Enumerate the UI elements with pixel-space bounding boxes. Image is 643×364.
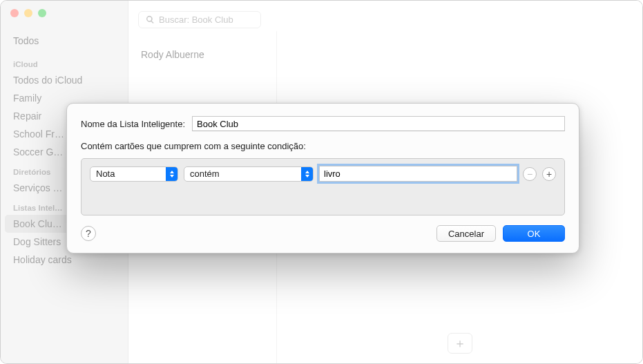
ok-button[interactable]: OK — [503, 225, 565, 242]
smart-list-name-input[interactable] — [192, 116, 565, 131]
contacts-window: Todos iCloud Todos do iCloud Family Repa… — [0, 0, 643, 364]
rule-value-input[interactable] — [319, 166, 517, 182]
chevron-updown-icon — [301, 167, 313, 181]
smart-list-sheet: Nome da Lista Inteligente: Contém cartõe… — [66, 103, 579, 253]
add-rule-button[interactable]: + — [542, 167, 556, 181]
rule-operator-value: contém — [190, 169, 220, 179]
cancel-label: Cancelar — [448, 229, 484, 239]
sheet-footer: ? Cancelar OK — [81, 225, 565, 242]
cancel-button[interactable]: Cancelar — [436, 225, 496, 242]
rule-field-value: Nota — [96, 169, 115, 179]
rule-row: Nota contém − + — [90, 166, 556, 182]
help-button[interactable]: ? — [81, 226, 96, 241]
remove-rule-button[interactable]: − — [523, 167, 537, 181]
help-icon: ? — [86, 228, 91, 239]
ok-label: OK — [528, 229, 541, 239]
condition-subtitle: Contém cartões que cumprem com a seguint… — [81, 141, 565, 151]
rule-operator-popup[interactable]: contém — [184, 166, 314, 182]
rules-container: Nota contém − + — [81, 158, 565, 215]
name-label: Nome da Lista Inteligente: — [81, 119, 185, 129]
rule-field-popup[interactable]: Nota — [90, 166, 178, 182]
chevron-updown-icon — [166, 167, 177, 181]
